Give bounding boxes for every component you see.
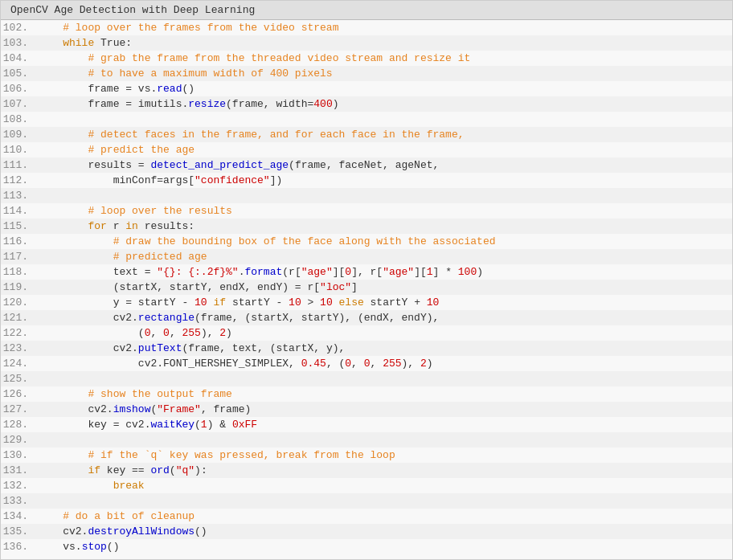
code-area[interactable]: 102. # loop over the frames from the vid… xyxy=(1,20,732,554)
code-token xyxy=(38,129,88,141)
code-token xyxy=(38,342,113,354)
code-token: 255 xyxy=(383,358,401,370)
code-token: r xyxy=(107,220,125,232)
code-token: ][ xyxy=(333,266,346,278)
code-token: 2 xyxy=(219,327,226,339)
code-line: 104. # grab the frame from the threaded … xyxy=(1,51,732,66)
line-content: vs.stop() xyxy=(35,539,732,554)
code-token: , ( xyxy=(326,358,345,370)
code-line: 103. while True: xyxy=(1,35,732,51)
code-line: 131. if key == ord("q"): xyxy=(1,463,732,478)
code-token xyxy=(38,205,88,217)
code-token xyxy=(38,388,88,400)
code-token xyxy=(38,98,88,110)
code-token: (startX, startY, endX, endY) = r[ xyxy=(113,281,320,293)
code-token xyxy=(38,464,88,476)
code-token: ), xyxy=(201,327,219,339)
line-content: cv2.putText(frame, text, (startX, y), xyxy=(35,341,732,356)
code-line: 136. vs.stop() xyxy=(1,539,732,554)
code-token xyxy=(38,67,88,80)
line-content: # loop over the frames from the video st… xyxy=(35,20,732,35)
line-number: 103. xyxy=(1,35,35,51)
code-token: format xyxy=(244,266,282,278)
code-token: # detect faces in the frame, and for eac… xyxy=(88,129,464,141)
code-token: results = xyxy=(88,159,150,171)
code-token xyxy=(38,251,113,263)
code-token: minConf=args[ xyxy=(113,174,195,186)
code-token: 0 xyxy=(364,358,371,370)
code-token xyxy=(38,327,138,339)
code-line: 112. minConf=args["confidence"]) xyxy=(1,173,732,188)
code-line: 113. xyxy=(1,188,732,203)
code-token: startY + xyxy=(364,296,427,309)
code-token: vs. xyxy=(63,541,81,553)
line-number: 128. xyxy=(1,417,35,432)
title-bar: OpenCV Age Detection with Deep Learning xyxy=(1,1,732,20)
line-content: frame = vs.read() xyxy=(35,81,732,96)
code-token xyxy=(38,312,113,324)
code-token: # do a bit of cleanup xyxy=(63,510,195,522)
line-content: minConf=args["confidence"]) xyxy=(35,173,732,188)
line-number: 136. xyxy=(1,539,35,554)
line-number: 109. xyxy=(1,127,35,142)
line-number: 134. xyxy=(1,509,35,524)
line-content: (0, 0, 255), 2) xyxy=(35,325,732,341)
code-token: # loop over the results xyxy=(88,205,231,217)
line-number: 126. xyxy=(1,386,35,402)
code-token xyxy=(38,541,63,553)
code-token: 255 xyxy=(182,327,200,339)
code-line: 132. break xyxy=(1,478,732,493)
code-line: 117. # predicted age xyxy=(1,249,732,264)
code-token: 0.45 xyxy=(301,358,326,370)
line-content: # do a bit of cleanup xyxy=(35,509,732,524)
line-number: 135. xyxy=(1,524,35,539)
code-token: , xyxy=(150,327,163,339)
code-token xyxy=(38,220,88,232)
line-content xyxy=(35,188,732,203)
line-content: break xyxy=(35,478,732,493)
line-content: cv2.imshow("Frame", frame) xyxy=(35,402,732,417)
code-token: "loc" xyxy=(320,281,351,293)
line-number: 105. xyxy=(1,66,35,81)
code-line: 114. # loop over the results xyxy=(1,203,732,219)
code-token: text = xyxy=(113,266,158,278)
code-token: 10 xyxy=(320,296,333,309)
line-content: for r in results: xyxy=(35,219,732,234)
line-content: # predicted age xyxy=(35,249,732,264)
code-token: ), xyxy=(402,358,420,370)
code-token: cv2. xyxy=(88,403,113,415)
line-content xyxy=(35,432,732,448)
code-token: # grab the frame from the threaded video… xyxy=(88,52,470,64)
code-token: cv2. xyxy=(113,312,138,324)
code-token: cv2. xyxy=(63,525,88,538)
code-token: ) xyxy=(477,266,483,278)
code-line: 125. xyxy=(1,371,732,386)
line-number: 119. xyxy=(1,280,35,295)
code-token: cv2.FONT_HERSHEY_SIMPLEX, xyxy=(138,358,301,370)
code-token xyxy=(38,37,63,49)
code-token: 0 xyxy=(345,358,351,370)
line-content: # show the output frame xyxy=(35,386,732,402)
line-content: cv2.FONT_HERSHEY_SIMPLEX, 0.45, (0, 0, 2… xyxy=(35,356,732,371)
main-window: OpenCV Age Detection with Deep Learning … xyxy=(0,0,733,560)
code-token: ord xyxy=(150,464,169,476)
line-number: 113. xyxy=(1,188,35,203)
code-line: 127. cv2.imshow("Frame", frame) xyxy=(1,402,732,417)
code-token: "q" xyxy=(176,464,195,476)
code-token: imshow xyxy=(113,403,151,415)
code-token: , xyxy=(170,327,182,339)
line-content: # if the `q` key was pressed, break from… xyxy=(35,448,732,463)
line-number: 132. xyxy=(1,478,35,493)
code-token xyxy=(38,449,88,461)
code-token xyxy=(38,281,113,293)
code-token xyxy=(38,174,113,186)
code-line: 116. # draw the bounding box of the face… xyxy=(1,234,732,249)
line-content: # to have a maximum width of 400 pixels xyxy=(35,66,732,81)
code-line: 110. # predict the age xyxy=(1,142,732,157)
code-token: 10 xyxy=(427,296,440,309)
code-token xyxy=(38,159,88,171)
code-token: stop xyxy=(82,541,107,553)
code-token: key = cv2. xyxy=(88,419,150,431)
line-number: 108. xyxy=(1,112,35,127)
line-number: 110. xyxy=(1,142,35,157)
